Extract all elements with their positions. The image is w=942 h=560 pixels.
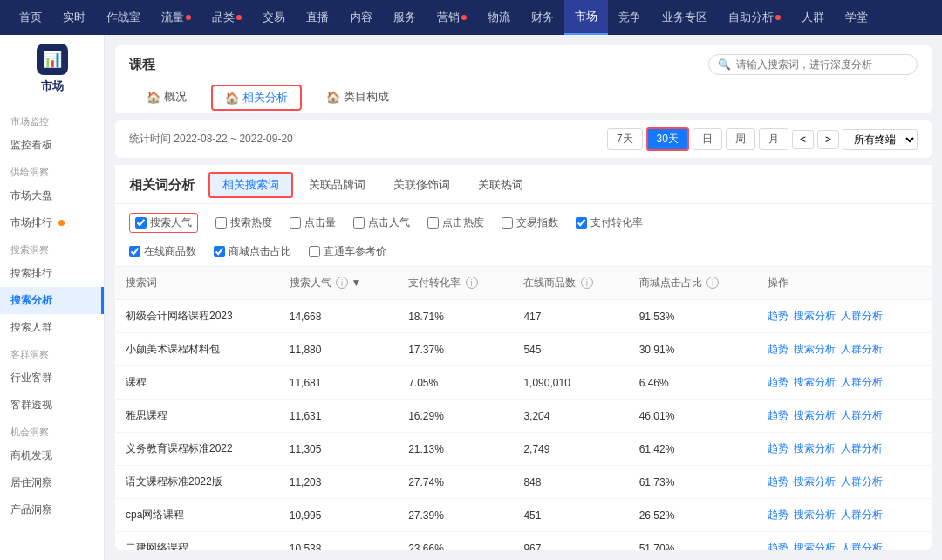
info-mall-rate[interactable]: i bbox=[706, 277, 719, 289]
action-crowd-analysis[interactable]: 人群分析 bbox=[841, 508, 883, 522]
action-trend[interactable]: 趋势 bbox=[768, 475, 788, 489]
sidebar-section-opportunity: 机会洞察 bbox=[0, 419, 104, 442]
nav-item-selfanalysis[interactable]: 自助分析 bbox=[718, 0, 791, 35]
action-search-analysis[interactable]: 搜索分析 bbox=[794, 475, 836, 489]
sidebar-item-product[interactable]: 产品洞察 bbox=[0, 496, 104, 523]
cell-pay-rate: 27.74% bbox=[398, 466, 513, 499]
info-search-pop[interactable]: i bbox=[336, 277, 348, 289]
sidebar-item-monitor-board[interactable]: 监控看板 bbox=[0, 132, 104, 159]
nav-item-marketing[interactable]: 营销 bbox=[427, 0, 477, 35]
action-search-analysis[interactable]: 搜索分析 bbox=[794, 508, 836, 522]
cell-search-pop: 11,880 bbox=[279, 333, 398, 366]
action-trend[interactable]: 趋势 bbox=[768, 309, 788, 324]
nav-item-trade[interactable]: 交易 bbox=[252, 0, 296, 35]
nav-item-category[interactable]: 品类 bbox=[201, 0, 252, 35]
content-inner: 相关词分析 相关搜索词 关联品牌词 关联修饰词 关联热词 搜索人气 搜索热度 bbox=[115, 165, 932, 550]
action-search-analysis[interactable]: 搜索分析 bbox=[794, 375, 836, 390]
cell-online-products: 2,749 bbox=[513, 433, 628, 466]
sidebar-item-crowd-analysis[interactable]: 客群透视 bbox=[0, 392, 104, 419]
action-crowd-analysis[interactable]: 人群分析 bbox=[841, 342, 883, 357]
action-trend[interactable]: 趋势 bbox=[768, 508, 788, 522]
sidebar-item-residence[interactable]: 居住洞察 bbox=[0, 469, 104, 496]
date-btn-7d[interactable]: 7天 bbox=[607, 128, 643, 150]
sub-tab-related-search[interactable]: 相关搜索词 bbox=[208, 172, 293, 198]
prev-btn[interactable]: < bbox=[792, 130, 814, 149]
col-search-pop[interactable]: 搜索人气 i ▼ bbox=[279, 267, 398, 300]
info-pay-rate[interactable]: i bbox=[466, 277, 478, 289]
action-trend[interactable]: 趋势 bbox=[768, 441, 788, 456]
action-trend[interactable]: 趋势 bbox=[768, 342, 788, 357]
nav-item-live[interactable]: 直播 bbox=[296, 0, 339, 35]
checkbox-mall-click[interactable]: 商城点击占比 bbox=[214, 244, 291, 259]
nav-item-home[interactable]: 首页 bbox=[9, 0, 52, 35]
action-search-analysis[interactable]: 搜索分析 bbox=[794, 309, 836, 324]
action-search-analysis[interactable]: 搜索分析 bbox=[794, 441, 836, 456]
col-pay-rate: 支付转化率 i bbox=[398, 267, 513, 300]
checkbox-search-pop[interactable]: 搜索人气 bbox=[129, 213, 198, 233]
tab-overview[interactable]: 🏠 概况 bbox=[129, 82, 204, 113]
date-btn-30d[interactable]: 30天 bbox=[646, 127, 689, 151]
nav-item-warroom[interactable]: 作战室 bbox=[96, 0, 151, 35]
sidebar-item-market-overall[interactable]: 市场大盘 bbox=[0, 182, 104, 209]
search-icon: 🔍 bbox=[718, 58, 731, 71]
action-crowd-analysis[interactable]: 人群分析 bbox=[841, 309, 883, 324]
action-crowd-analysis[interactable]: 人群分析 bbox=[841, 475, 883, 489]
action-trend[interactable]: 趋势 bbox=[768, 408, 788, 423]
tab-related-analysis[interactable]: 🏠 相关分析 bbox=[211, 85, 302, 111]
action-crowd-analysis[interactable]: 人群分析 bbox=[841, 541, 883, 550]
nav-item-traffic[interactable]: 流量 bbox=[151, 0, 201, 35]
col-mall-rate: 商城点击占比 i bbox=[629, 267, 758, 300]
checkbox-click-pop[interactable]: 点击人气 bbox=[353, 215, 410, 230]
nav-item-content[interactable]: 内容 bbox=[339, 0, 383, 35]
nav-item-service[interactable]: 服务 bbox=[383, 0, 427, 35]
search-bar[interactable]: 🔍 bbox=[708, 54, 918, 75]
action-search-analysis[interactable]: 搜索分析 bbox=[794, 541, 836, 550]
date-btn-month[interactable]: 月 bbox=[759, 128, 788, 150]
tab-category[interactable]: 🏠 类目构成 bbox=[309, 82, 406, 113]
sidebar-item-search-crowd[interactable]: 搜索人群 bbox=[0, 314, 104, 341]
sidebar-item-search-analysis[interactable]: 搜索分析 bbox=[0, 287, 104, 314]
nav-item-market[interactable]: 市场 bbox=[564, 0, 608, 35]
top-navigation: 首页 实时 作战室 流量 品类 交易 直播 内容 服务 营销 物流 财务 市场 … bbox=[0, 0, 942, 35]
date-btn-day[interactable]: 日 bbox=[693, 128, 722, 150]
action-trend[interactable]: 趋势 bbox=[768, 375, 788, 390]
action-trend[interactable]: 趋势 bbox=[768, 541, 788, 550]
terminal-select[interactable]: 所有终端 bbox=[843, 129, 918, 150]
action-search-analysis[interactable]: 搜索分析 bbox=[794, 342, 836, 357]
action-crowd-analysis[interactable]: 人群分析 bbox=[841, 408, 883, 423]
checkbox-search-heat[interactable]: 搜索热度 bbox=[215, 215, 272, 230]
checkbox-trade-index[interactable]: 交易指数 bbox=[502, 215, 558, 230]
sidebar-item-search-rank[interactable]: 搜索排行 bbox=[0, 260, 104, 287]
checkbox-click-volume[interactable]: 点击量 bbox=[290, 215, 336, 230]
sub-tab-brand[interactable]: 关联品牌词 bbox=[297, 174, 378, 196]
action-search-analysis[interactable]: 搜索分析 bbox=[794, 408, 836, 423]
cell-search-pop: 11,681 bbox=[279, 366, 398, 400]
action-crowd-analysis[interactable]: 人群分析 bbox=[841, 441, 883, 456]
sidebar-section-market-monitor: 市场监控 bbox=[0, 108, 104, 132]
sidebar-item-industry-crowd[interactable]: 行业客群 bbox=[0, 365, 104, 392]
nav-item-academy[interactable]: 学堂 bbox=[835, 0, 878, 35]
nav-item-realtime[interactable]: 实时 bbox=[52, 0, 96, 35]
cell-pay-rate: 7.05% bbox=[398, 366, 513, 400]
checkbox-click-heat[interactable]: 点击热度 bbox=[427, 215, 484, 230]
checkbox-ztc-price[interactable]: 直通车参考价 bbox=[309, 244, 386, 259]
action-crowd-analysis[interactable]: 人群分析 bbox=[841, 375, 883, 390]
nav-item-compete[interactable]: 竞争 bbox=[608, 0, 652, 35]
cell-actions: 趋势 搜索分析 人群分析 bbox=[757, 400, 932, 433]
checkbox-online-products[interactable]: 在线商品数 bbox=[129, 244, 196, 259]
nav-item-finance[interactable]: 财务 bbox=[521, 0, 564, 35]
date-btn-week[interactable]: 周 bbox=[726, 128, 755, 150]
cell-actions: 趋势 搜索分析 人群分析 bbox=[757, 433, 932, 466]
nav-item-logistics[interactable]: 物流 bbox=[477, 0, 521, 35]
nav-item-crowd[interactable]: 人群 bbox=[791, 0, 835, 35]
sub-tab-hot[interactable]: 关联热词 bbox=[466, 174, 536, 196]
sidebar-item-market-rank[interactable]: 市场排行 bbox=[0, 209, 104, 236]
nav-item-bizzone[interactable]: 业务专区 bbox=[652, 0, 718, 35]
search-input[interactable] bbox=[736, 58, 902, 71]
next-btn[interactable]: > bbox=[817, 130, 839, 149]
sidebar-item-opportunity[interactable]: 商机发现 bbox=[0, 442, 104, 469]
checkbox-pay-rate[interactable]: 支付转化率 bbox=[576, 215, 643, 230]
sub-tab-modifier[interactable]: 关联修饰词 bbox=[381, 174, 462, 196]
info-online-products[interactable]: i bbox=[581, 277, 593, 289]
cell-online-products: 545 bbox=[513, 333, 628, 366]
